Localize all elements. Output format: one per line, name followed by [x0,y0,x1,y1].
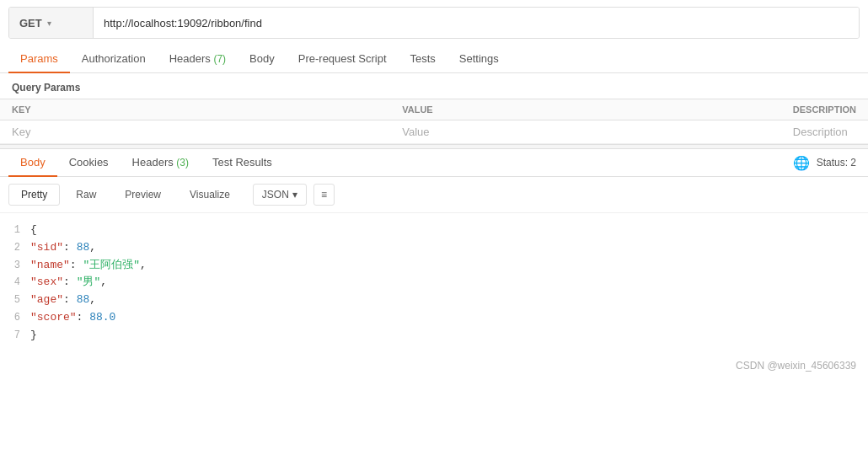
code-line-5-content: "age": 88, [30,292,861,309]
btn-preview[interactable]: Preview [112,184,174,206]
code-line-7: 7 } [0,327,868,345]
code-brace-open: { [30,222,861,239]
wrap-icon: ≡ [321,189,327,201]
key-cell[interactable]: Key [0,120,390,144]
tab-authorization[interactable]: Authorization [70,45,158,73]
code-line-3-content: "name": "王阿伯强", [30,257,861,275]
headers-badge: (7) [213,53,226,65]
code-brace-close: } [30,327,861,345]
method-label: GET [19,17,42,29]
globe-icon: 🌐 [793,155,810,171]
line-num-2: 2 [7,240,30,256]
watermark: CSDN @weixin_45606339 [0,353,868,375]
btn-visualize[interactable]: Visualize [177,184,243,206]
line-num-4: 4 [7,275,30,291]
query-params-label: Query Params [0,73,868,99]
status-text: Status: 2 [817,157,856,169]
code-line-6: 6 "score": 88.0 [0,309,868,327]
url-input[interactable] [94,8,859,38]
url-bar: GET ▾ [8,7,860,39]
response-tabs: Body Cookies Headers (3) Test Results [8,149,793,176]
tab-prerequest[interactable]: Pre-request Script [287,45,399,73]
tab-response-body[interactable]: Body [8,149,57,177]
code-line-4-content: "sex": "男", [30,274,861,292]
params-table: KEY VALUE DESCRIPTION Key Value Descript… [0,99,868,144]
request-tabs-container: Params Authorization Headers (7) Body Pr… [0,45,868,73]
response-tabs-container: Body Cookies Headers (3) Test Results 🌐 … [0,149,868,177]
tab-response-cookies[interactable]: Cookies [57,149,121,177]
tab-settings[interactable]: Settings [447,45,511,73]
line-num-5: 5 [7,292,30,308]
json-chevron-icon: ▾ [292,189,297,201]
tab-response-headers[interactable]: Headers (3) [121,149,201,177]
method-chevron-icon: ▾ [47,19,51,28]
code-area: 1 { 2 "sid": 88, 3 "name": "王阿伯强", 4 "se… [0,213,868,353]
line-num-6: 6 [7,310,30,326]
desc-cell[interactable]: Description [781,120,868,144]
format-bar: Pretty Raw Preview Visualize JSON ▾ ≡ [0,177,868,213]
code-line-5: 5 "age": 88, [0,292,868,309]
table-row: Key Value Description [0,120,868,144]
col-header-desc: DESCRIPTION [781,99,868,120]
code-line-3: 3 "name": "王阿伯强", [0,257,868,275]
col-header-value: VALUE [390,99,781,120]
value-cell[interactable]: Value [390,120,781,144]
json-label: JSON [262,189,289,201]
btn-raw[interactable]: Raw [63,184,109,206]
btn-pretty[interactable]: Pretty [8,184,60,206]
code-line-1: 1 { [0,222,868,239]
code-line-2-content: "sid": 88, [30,239,861,257]
code-line-4: 4 "sex": "男", [0,274,868,292]
col-header-key: KEY [0,99,390,120]
response-status: 🌐 Status: 2 [793,155,860,171]
tab-params[interactable]: Params [8,45,70,73]
line-num-7: 7 [7,328,30,344]
line-num-3: 3 [7,258,30,274]
line-num-1: 1 [7,222,30,238]
tab-test-results[interactable]: Test Results [201,149,284,177]
method-selector[interactable]: GET ▾ [9,8,94,38]
tab-tests[interactable]: Tests [399,45,447,73]
code-line-6-content: "score": 88.0 [30,309,861,327]
response-headers-badge: (3) [176,157,189,169]
code-line-2: 2 "sid": 88, [0,239,868,257]
tab-headers[interactable]: Headers (7) [158,45,238,73]
tab-body[interactable]: Body [238,45,287,73]
wrap-button[interactable]: ≡ [313,184,335,206]
json-format-dropdown[interactable]: JSON ▾ [253,184,307,206]
